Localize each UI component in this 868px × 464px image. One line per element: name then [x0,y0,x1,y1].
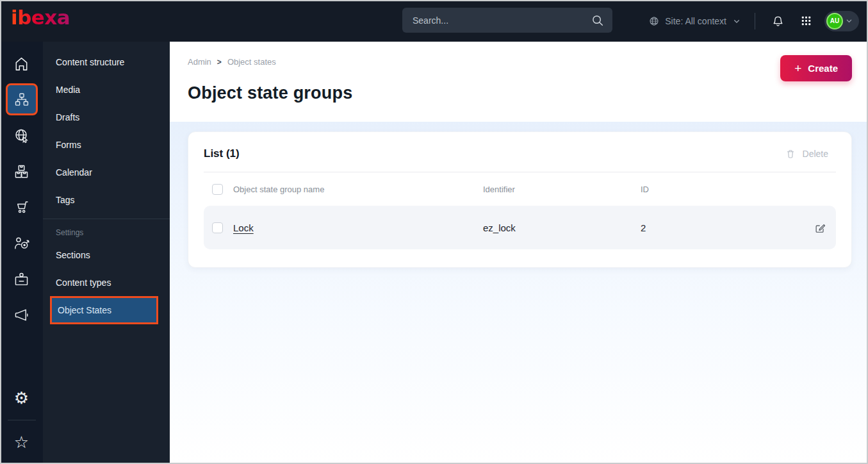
page-header: Admin > Object states Object state group… [170,42,868,122]
breadcrumb: Admin > Object states [188,57,852,67]
app-grid-button[interactable] [796,12,815,31]
select-all-checkbox[interactable] [212,184,223,195]
cart-icon [13,199,30,216]
rail-bottom: ⚙ ☆ [0,380,43,464]
column-identifier: Identifier [483,185,641,194]
topbar: ibexa Site: All context [0,0,868,42]
grid-icon [799,14,813,28]
content-structure-active-tile[interactable] [6,83,38,115]
create-button[interactable]: + Create [780,55,852,81]
row-identifier: ez_lock [483,222,641,233]
main-content: Admin > Object states Object state group… [170,42,868,464]
breadcrumb-separator: > [217,58,222,67]
card-header: List (1) Delete [204,146,836,172]
product-catalog-icon [13,163,30,180]
menu-item-media[interactable]: Media [43,76,170,103]
ibexa-logo: ibexa [11,8,70,28]
avatar: AU [826,13,843,29]
megaphone-icon [13,306,30,324]
search-icon[interactable] [591,13,605,28]
icon-rail: ⚙ ☆ [0,42,43,464]
search-input[interactable] [413,15,591,26]
menu-item-drafts[interactable]: Drafts [43,103,170,131]
site-context-dropdown[interactable]: Site: All context [648,15,742,27]
badge-icon [13,270,30,288]
notifications-button[interactable] [768,12,787,31]
rail-item-home[interactable] [6,46,38,81]
edit-button[interactable] [804,221,836,235]
object-state-groups-card: List (1) Delete Object state group name … [188,131,852,268]
row-name-link[interactable]: Lock [233,222,483,233]
rail-item-commerce[interactable] [6,189,38,225]
list-title: List (1) [204,147,240,160]
menu-item-content-types[interactable]: Content types [43,269,170,296]
chevron-down-icon [732,16,742,26]
site-globe-icon [13,127,30,144]
delete-button[interactable]: Delete [784,147,836,160]
rail-item-personalization[interactable] [6,225,38,261]
sidebar-menu: Content structure Media Drafts Forms Cal… [43,42,170,464]
rail-item-content-structure[interactable] [6,81,38,117]
breadcrumb-admin[interactable]: Admin [188,57,211,67]
rail-item-product-catalog[interactable] [6,153,38,189]
menu-section-settings: Settings [43,223,170,241]
plus-icon: + [794,62,801,74]
row-checkbox[interactable] [212,222,223,233]
gear-icon: ⚙ [14,390,29,406]
column-id: ID [641,185,804,194]
rail-item-site[interactable] [6,117,38,153]
menu-item-forms[interactable]: Forms [43,131,170,158]
star-icon: ☆ [14,434,29,451]
menu-divider [43,219,170,219]
personalization-icon [13,235,30,252]
global-search[interactable] [402,8,612,33]
rail-item-corporate[interactable] [6,261,38,297]
content-structure-icon [13,91,30,108]
home-icon [13,55,30,72]
trash-icon [784,147,797,160]
menu-item-sections[interactable]: Sections [43,241,170,269]
topbar-right: Site: All context AU [648,0,859,42]
menu-item-calendar[interactable]: Calendar [43,158,170,186]
site-context-label: Site: All context [665,16,726,26]
rail-item-campaign[interactable] [6,297,38,333]
menu-item-content-structure[interactable]: Content structure [43,48,170,76]
page-title: Object state groups [188,83,852,103]
page-body: List (1) Delete Object state group name … [170,122,868,464]
table-row: Lock ez_lock 2 [204,206,836,249]
bell-icon [771,13,785,28]
menu-item-tags[interactable]: Tags [43,186,170,213]
menu-item-object-states[interactable]: Object States [50,296,158,324]
globe-icon [648,15,660,27]
column-name: Object state group name [233,185,483,194]
rail-item-bookmarks[interactable]: ☆ [6,424,38,460]
create-button-label: Create [808,63,838,74]
edit-icon [814,221,827,235]
rail-divider [8,420,36,420]
row-id: 2 [641,222,804,233]
table-header: Object state group name Identifier ID [204,172,836,206]
rail-item-settings[interactable]: ⚙ [6,380,38,416]
delete-button-label: Delete [803,149,828,159]
topbar-divider [755,13,755,29]
breadcrumb-current: Object states [227,57,276,67]
chevron-down-icon [844,16,854,26]
user-menu[interactable]: AU [824,11,859,31]
